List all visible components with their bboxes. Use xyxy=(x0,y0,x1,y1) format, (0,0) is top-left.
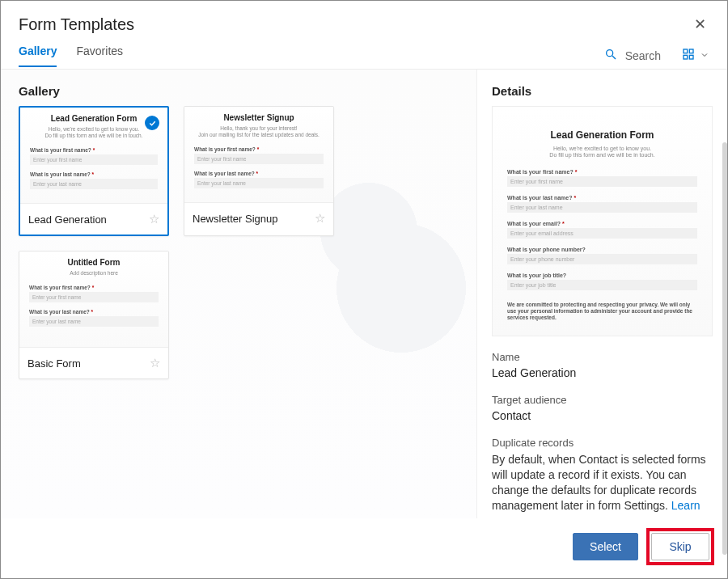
svg-rect-2 xyxy=(684,49,688,53)
svg-line-1 xyxy=(612,56,616,59)
skip-button-highlight: Skip xyxy=(646,528,714,565)
form-templates-dialog: Form Templates ✕ Gallery Favorites Searc… xyxy=(0,0,728,579)
details-heading: Details xyxy=(492,84,713,98)
tabs: Gallery Favorites xyxy=(19,44,123,67)
favorite-star-icon[interactable]: ☆ xyxy=(150,356,160,370)
details-audience-value: Contact xyxy=(492,409,713,422)
template-thumb: Newsletter Signup Hello, thank you for y… xyxy=(184,107,333,202)
select-button[interactable]: Select xyxy=(573,533,638,560)
details-duplicate-label: Duplicate records xyxy=(492,437,713,449)
template-name: Newsletter Signup xyxy=(193,213,315,225)
template-card-lead-generation[interactable]: Lead Generation Form Hello, we're excite… xyxy=(19,106,169,236)
dialog-footer: Select Skip xyxy=(1,518,727,578)
svg-point-0 xyxy=(606,50,612,57)
gallery-cards: Lead Generation Form Hello, we're excite… xyxy=(19,106,459,379)
template-card-basic-form[interactable]: Untitled Form Add description here What … xyxy=(19,251,169,379)
dialog-header: Form Templates ✕ xyxy=(1,1,727,42)
details-scroll[interactable]: Details Lead Generation Form Hello, we'r… xyxy=(477,70,727,518)
details-name-value: Lead Generation xyxy=(492,366,713,379)
selected-check-icon xyxy=(145,116,159,130)
svg-rect-5 xyxy=(689,55,693,59)
details-preview: Lead Generation Form Hello, we're excite… xyxy=(492,106,713,336)
search-placeholder: Search xyxy=(625,49,661,62)
details-pane: Details Lead Generation Form Hello, we'r… xyxy=(476,70,727,518)
tab-favorites[interactable]: Favorites xyxy=(76,44,123,67)
toolbar: Gallery Favorites Search xyxy=(1,42,727,70)
gallery-pane: Gallery Lead Generation Form Hello, we'r… xyxy=(1,70,476,518)
details-duplicate-text: By default, when Contact is selected for… xyxy=(492,452,713,518)
search-icon xyxy=(604,48,617,63)
gallery-heading: Gallery xyxy=(19,84,459,98)
details-name-label: Name xyxy=(492,351,713,363)
template-card-footer: Newsletter Signup ☆ xyxy=(184,202,333,234)
template-card-footer: Lead Generation ☆ xyxy=(20,203,167,235)
dialog-title: Form Templates xyxy=(19,15,691,34)
favorite-star-icon[interactable]: ☆ xyxy=(315,211,325,226)
template-name: Lead Generation xyxy=(28,213,149,226)
view-mode-toggle[interactable] xyxy=(682,48,709,64)
tab-gallery[interactable]: Gallery xyxy=(19,44,57,67)
svg-rect-4 xyxy=(684,55,688,59)
template-thumb: Untitled Form Add description here What … xyxy=(19,251,168,347)
details-audience-label: Target audience xyxy=(492,394,713,406)
search-input[interactable]: Search xyxy=(604,48,661,63)
favorite-star-icon[interactable]: ☆ xyxy=(149,212,159,226)
template-card-footer: Basic Form ☆ xyxy=(19,347,168,378)
skip-button[interactable]: Skip xyxy=(651,533,709,560)
scrollbar[interactable] xyxy=(722,142,727,555)
dialog-body: Gallery Lead Generation Form Hello, we'r… xyxy=(1,70,727,518)
close-icon[interactable]: ✕ xyxy=(691,15,709,33)
chevron-down-icon xyxy=(700,49,709,63)
svg-rect-3 xyxy=(689,49,693,53)
template-name: Basic Form xyxy=(28,357,150,370)
template-card-newsletter-signup[interactable]: Newsletter Signup Hello, thank you for y… xyxy=(184,106,334,236)
grid-view-icon xyxy=(682,48,695,64)
